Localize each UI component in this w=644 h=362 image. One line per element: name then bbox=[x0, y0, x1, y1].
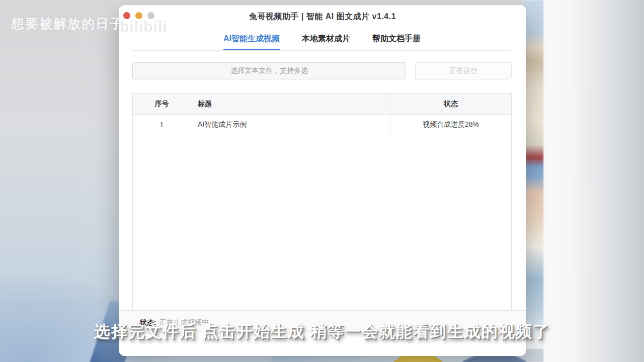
background-artwork-strip bbox=[524, 0, 543, 362]
column-header-title: 标题 bbox=[191, 94, 390, 114]
running-status-button[interactable]: 正在运行 bbox=[415, 62, 512, 79]
toolbar: 选择文本文件，支持多选 正在运行 bbox=[132, 62, 512, 79]
screen: 兔哥视频助手 | 智能 AI 图文成片 v1.4.1 AI智能生成视频 本地素材… bbox=[0, 0, 644, 362]
column-header-status: 状态 bbox=[390, 94, 511, 114]
row-status-progress: 视频合成进度28% bbox=[390, 115, 511, 135]
select-text-files-button[interactable]: 选择文本文件，支持多选 bbox=[132, 62, 406, 79]
desktop-background-right bbox=[526, 0, 644, 362]
bilibili-watermark: bilibili bbox=[120, 18, 168, 35]
task-table: 序号 标题 状态 1 AI智能成片示例 视频合成进度28% bbox=[132, 93, 512, 310]
window-title: 兔哥视频助手 | 智能 AI 图文成片 v1.4.1 bbox=[119, 12, 526, 22]
tab-label: 本地素材成片 bbox=[302, 34, 350, 44]
video-subtitle: 选择完文件后 点击开始生成 稍等一会就能看到生成的视频了 bbox=[0, 321, 644, 343]
titlebar: 兔哥视频助手 | 智能 AI 图文成片 v1.4.1 bbox=[119, 5, 526, 28]
tab-label: 帮助文档手册 bbox=[372, 34, 421, 44]
table-header-row: 序号 标题 状态 bbox=[133, 94, 511, 115]
table-row[interactable]: 1 AI智能成片示例 视频合成进度28% bbox=[133, 115, 511, 135]
tab-ai-generate-video[interactable]: AI智能生成视频 bbox=[223, 28, 280, 50]
app-window: 兔哥视频助手 | 智能 AI 图文成片 v1.4.1 AI智能生成视频 本地素材… bbox=[119, 5, 526, 356]
row-title: AI智能成片示例 bbox=[191, 115, 390, 135]
column-header-index: 序号 bbox=[133, 94, 191, 114]
row-index: 1 bbox=[133, 115, 191, 135]
video-title-overlay: 想要被解放的日子 bbox=[11, 15, 124, 33]
tab-label: AI智能生成视频 bbox=[223, 34, 280, 44]
tab-local-material[interactable]: 本地素材成片 bbox=[302, 28, 350, 50]
tab-help-docs[interactable]: 帮助文档手册 bbox=[372, 28, 421, 50]
tab-bar: AI智能生成视频 本地素材成片 帮助文档手册 bbox=[132, 28, 512, 51]
